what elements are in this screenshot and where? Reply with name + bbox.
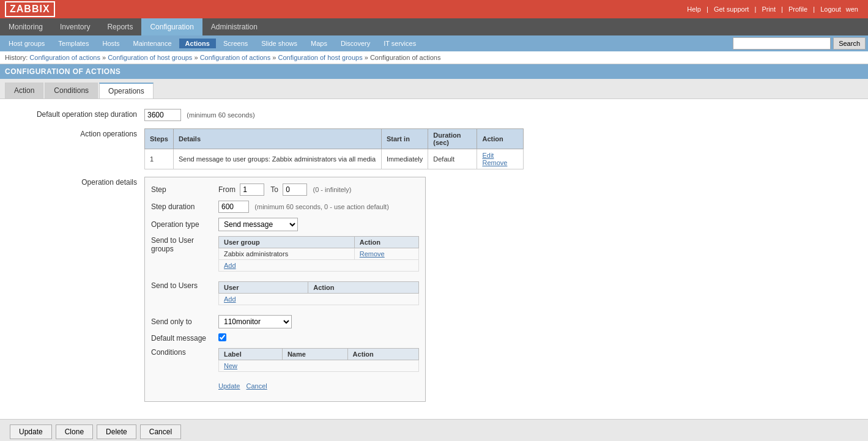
subnav-maintenance[interactable]: Maintenance [127,39,178,48]
default-message-checkbox[interactable] [218,333,226,341]
conditions-new-button[interactable]: New [224,362,237,369]
tab-operations[interactable]: Operations [99,83,154,98]
default-step-row: Default operation step duration (minimum… [10,109,858,121]
c-col-label: Label [219,349,283,360]
send-to-usergroups-value: User group Action Zabbix administrators … [218,236,419,276]
update-button[interactable]: Update [10,424,52,439]
step-duration-label: Step duration [151,202,218,211]
action-operations-label: Action operations [10,128,144,138]
table-row: Add [219,260,419,272]
subnav-slideshows[interactable]: Slide shows [255,39,303,48]
print-link[interactable]: Print [762,6,776,13]
subnav-hostgroups[interactable]: Host groups [2,39,51,48]
delete-button[interactable]: Delete [97,424,136,439]
help-link[interactable]: Help [687,6,701,13]
conditions-table: Label Name Action New [218,348,419,372]
operation-details-box: Step From To (0 - infinitely) Step durat… [144,177,426,402]
user-groups-table: User group Action Zabbix administrators … [218,236,419,272]
to-label: To [270,185,278,194]
default-step-value-area: (minimum 60 seconds) [144,109,858,121]
ug-remove-cell: Remove [354,248,418,260]
nav-configuration[interactable]: Configuration [141,18,202,35]
to-input[interactable] [283,183,307,196]
subnav-actions[interactable]: Actions [179,39,216,48]
step-duration-input[interactable] [218,201,249,213]
ug-group-name: Zabbix administrators [219,248,355,260]
search-input[interactable] [733,37,831,50]
c-col-action: Action [347,349,418,360]
cell-duration: Default [428,149,477,169]
operation-type-select[interactable]: Send message Remote command [218,218,298,231]
breadcrumb-link-2[interactable]: Configuration of host groups [108,54,192,61]
send-to-usergroups-label: Send to User groups [151,236,218,253]
inner-cancel-button[interactable]: Cancel [247,382,267,390]
nav-inventory[interactable]: Inventory [51,18,98,35]
edit-link[interactable]: Edit [482,152,494,159]
profile-link[interactable]: Profile [788,6,807,13]
col-action: Action [477,129,524,149]
main-nav: Monitoring Inventory Reports Configurati… [0,18,868,35]
u-add-cell: Add [219,294,419,305]
u-col-action: Action [308,282,419,294]
page-title: CONFIGURATION OF ACTIONS [0,64,868,79]
send-to-usergroups-row: Send to User groups User group Action [151,236,419,276]
clone-button[interactable]: Clone [56,424,93,439]
nav-monitoring[interactable]: Monitoring [0,18,51,35]
subnav-itservices[interactable]: IT services [377,39,422,48]
logout-link[interactable]: Logout [820,6,841,13]
from-input[interactable] [240,183,264,196]
remove-link[interactable]: Remove [482,159,507,166]
breadcrumb-link-3[interactable]: Configuration of actions [200,54,271,61]
table-row: Zabbix administrators Remove [219,248,419,260]
send-only-to-select[interactable]: 110monitor [218,315,292,328]
send-only-to-value: 110monitor [218,315,419,328]
col-duration: Duration (sec) [428,129,477,149]
tabs-container: Action Conditions Operations [0,79,868,99]
tab-action[interactable]: Action [5,83,43,98]
subnav-discovery[interactable]: Discovery [335,39,376,48]
u-add-button[interactable]: Add [224,295,236,303]
ug-add-button[interactable]: Add [224,262,236,269]
operation-type-value: Send message Remote command [218,218,419,231]
default-step-hint: (minimum 60 seconds) [187,111,254,119]
default-message-row: Default message [151,333,419,343]
search-button[interactable]: Search [833,37,866,50]
send-only-to-label: Send only to [151,317,218,326]
inner-update-button[interactable]: Update [218,382,240,390]
ug-remove-link[interactable]: Remove [360,250,385,258]
tab-conditions[interactable]: Conditions [45,83,98,98]
subnav-screens[interactable]: Screens [217,39,254,48]
col-startin: Start in [381,129,428,149]
ug-col-action: Action [354,237,418,248]
getsupport-link[interactable]: Get support [714,6,749,13]
send-to-users-row: Send to Users User Action [151,281,419,310]
inner-update-row: Update Cancel [151,382,419,390]
action-operations-value: Steps Details Start in Duration (sec) Ac… [144,128,858,169]
default-step-input[interactable] [144,109,181,121]
step-duration-value-area: (minimum 60 seconds, 0 - use action defa… [218,201,419,213]
subnav-maps[interactable]: Maps [305,39,333,48]
send-to-users-value: User Action Add [218,281,419,310]
conditions-row: Conditions Label Name Action [151,348,419,377]
breadcrumb-link-4[interactable]: Configuration of host groups [278,54,362,61]
step-label: Step [151,185,218,194]
action-operations-row: Action operations Steps Details Start in… [10,128,858,169]
nav-administration[interactable]: Administration [202,18,266,35]
step-value-area: From To (0 - infinitely) [218,183,419,196]
nav-reports[interactable]: Reports [98,18,141,35]
cell-steps: 1 [145,149,174,169]
breadcrumb-link-1[interactable]: Configuration of actions [29,54,100,61]
send-only-to-row: Send only to 110monitor [151,315,419,328]
operation-type-label: Operation type [151,220,218,229]
to-hint: (0 - infinitely) [313,186,352,193]
sub-nav: Host groups Templates Hosts Maintenance … [0,35,868,51]
content-area: Default operation step duration (minimum… [0,99,868,419]
subnav-templates[interactable]: Templates [52,39,95,48]
from-label: From [218,185,236,194]
step-row: Step From To (0 - infinitely) [151,183,419,196]
u-col-user: User [219,282,308,294]
subnav-hosts[interactable]: Hosts [96,39,125,48]
col-steps: Steps [145,129,174,149]
cancel-button[interactable]: Cancel [140,424,181,439]
user-display: wen [846,6,863,13]
